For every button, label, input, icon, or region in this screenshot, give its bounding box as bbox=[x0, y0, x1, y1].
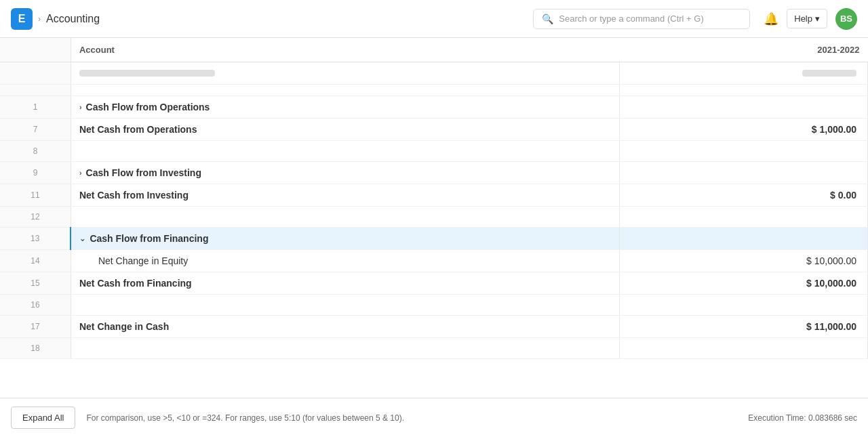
section-label: Cash Flow from Financing bbox=[90, 233, 208, 244]
row-number: 9 bbox=[0, 162, 71, 184]
search-bar[interactable]: 🔍 Search or type a command (Ctrl + G) bbox=[533, 9, 750, 29]
help-chevron-icon: ▾ bbox=[815, 14, 820, 24]
footer: Expand All For comparison, use >5, <10 o… bbox=[0, 398, 868, 437]
table-row bbox=[0, 85, 868, 96]
account-cell bbox=[71, 85, 619, 96]
value-amount: $ 11,000.00 bbox=[806, 321, 856, 332]
table-row: 7Net Cash from Operations$ 1,000.00 bbox=[0, 119, 868, 141]
account-cell: ›Cash Flow from Operations bbox=[71, 96, 619, 119]
value-amount: $ 0.00 bbox=[830, 190, 856, 201]
row-number bbox=[0, 85, 71, 96]
section-chevron-icon: › bbox=[79, 103, 82, 111]
account-cell bbox=[71, 338, 619, 359]
section-label: Cash Flow from Investing bbox=[86, 167, 201, 178]
footer-hint-text: For comparison, use >5, <10 or =324. For… bbox=[86, 413, 404, 423]
table-row: 11Net Cash from Investing$ 0.00 bbox=[0, 184, 868, 207]
value-cell bbox=[620, 207, 868, 228]
notification-bell-icon[interactable]: 🔔 bbox=[764, 12, 778, 26]
expand-all-button[interactable]: Expand All bbox=[11, 407, 75, 429]
value-cell: $ 0.00 bbox=[620, 184, 868, 207]
account-cell: Net Change in Equity bbox=[71, 250, 619, 272]
account-cell: Net Cash from Operations bbox=[71, 119, 619, 141]
value-cell bbox=[620, 141, 868, 162]
value-cell: $ 11,000.00 bbox=[620, 316, 868, 338]
help-button[interactable]: Help ▾ bbox=[787, 9, 827, 28]
table-row: 14Net Change in Equity$ 10,000.00 bbox=[0, 250, 868, 272]
account-cell: Net Cash from Financing bbox=[71, 272, 619, 295]
table-row: 8 bbox=[0, 141, 868, 162]
row-number: 1 bbox=[0, 96, 71, 119]
skeleton-row bbox=[0, 62, 868, 85]
account-cell bbox=[71, 295, 619, 316]
col-year-header: 2021-2022 bbox=[620, 38, 868, 62]
account-cell bbox=[71, 141, 619, 162]
account-cell: ›Cash Flow from Investing bbox=[71, 162, 619, 184]
account-cell: Net Change in Cash bbox=[71, 316, 619, 338]
table-row: 17Net Change in Cash$ 11,000.00 bbox=[0, 316, 868, 338]
logo-text: E bbox=[18, 13, 26, 25]
value-cell bbox=[620, 96, 868, 119]
value-cell: $ 1,000.00 bbox=[620, 119, 868, 141]
value-amount: $ 10,000.00 bbox=[806, 278, 856, 289]
net-label: Net Cash from Financing bbox=[79, 278, 192, 289]
value-cell bbox=[620, 338, 868, 359]
row-number: 8 bbox=[0, 141, 71, 162]
net-label: Net Cash from Investing bbox=[79, 190, 189, 201]
value-cell bbox=[620, 295, 868, 316]
row-number: 14 bbox=[0, 250, 71, 272]
app-header: E › Accounting 🔍 Search or type a comman… bbox=[0, 0, 868, 38]
value-cell: $ 10,000.00 bbox=[620, 272, 868, 295]
value-cell bbox=[620, 228, 868, 250]
row-number: 17 bbox=[0, 316, 71, 338]
execution-time: Execution Time: 0.083686 sec bbox=[748, 413, 857, 423]
skeleton-bar-account bbox=[79, 70, 215, 77]
account-cell: ⌄Cash Flow from Financing bbox=[71, 228, 619, 250]
value-amount: $ 1,000.00 bbox=[812, 124, 856, 135]
table-body: 1›Cash Flow from Operations7Net Cash fro… bbox=[0, 85, 868, 359]
search-placeholder-text: Search or type a command (Ctrl + G) bbox=[559, 14, 704, 24]
app-logo[interactable]: E bbox=[11, 8, 33, 30]
search-icon: 🔍 bbox=[542, 14, 553, 24]
breadcrumb-chevron: › bbox=[38, 14, 41, 24]
section-chevron-icon: ⌄ bbox=[79, 234, 85, 243]
col-num-header bbox=[0, 38, 71, 62]
row-number: 13 bbox=[0, 228, 71, 250]
indent-label: Net Change in Equity bbox=[79, 255, 188, 266]
section-chevron-icon: › bbox=[79, 169, 82, 177]
page-title: Accounting bbox=[46, 13, 100, 25]
row-number: 7 bbox=[0, 119, 71, 141]
table-row: 15Net Cash from Financing$ 10,000.00 bbox=[0, 272, 868, 295]
table-container: Account 2021-2022 1›Cash Flow from Opera… bbox=[0, 38, 868, 398]
col-account-header: Account bbox=[71, 38, 619, 62]
skeleton-bar-value bbox=[802, 70, 856, 77]
main-content: Account 2021-2022 1›Cash Flow from Opera… bbox=[0, 38, 868, 437]
net-label: Net Cash from Operations bbox=[79, 124, 197, 135]
value-cell: $ 10,000.00 bbox=[620, 250, 868, 272]
row-number: 18 bbox=[0, 338, 71, 359]
table-row[interactable]: 13⌄Cash Flow from Financing bbox=[0, 228, 868, 250]
table-row[interactable]: 1›Cash Flow from Operations bbox=[0, 96, 868, 119]
table-row: 16 bbox=[0, 295, 868, 316]
table-row[interactable]: 9›Cash Flow from Investing bbox=[0, 162, 868, 184]
net-label: Net Change in Cash bbox=[79, 321, 169, 332]
row-number: 15 bbox=[0, 272, 71, 295]
row-number: 16 bbox=[0, 295, 71, 316]
user-avatar[interactable]: BS bbox=[835, 8, 857, 30]
account-cell: Net Cash from Investing bbox=[71, 184, 619, 207]
table-row: 12 bbox=[0, 207, 868, 228]
table-row: 18 bbox=[0, 338, 868, 359]
cash-flow-table: Account 2021-2022 1›Cash Flow from Opera… bbox=[0, 38, 868, 359]
avatar-initials: BS bbox=[840, 14, 852, 24]
help-label: Help bbox=[794, 14, 812, 24]
row-number: 11 bbox=[0, 184, 71, 207]
value-cell bbox=[620, 85, 868, 96]
header-actions: 🔔 Help ▾ BS bbox=[764, 8, 857, 30]
row-number: 12 bbox=[0, 207, 71, 228]
value-cell bbox=[620, 162, 868, 184]
account-cell bbox=[71, 207, 619, 228]
section-label: Cash Flow from Operations bbox=[86, 102, 210, 112]
